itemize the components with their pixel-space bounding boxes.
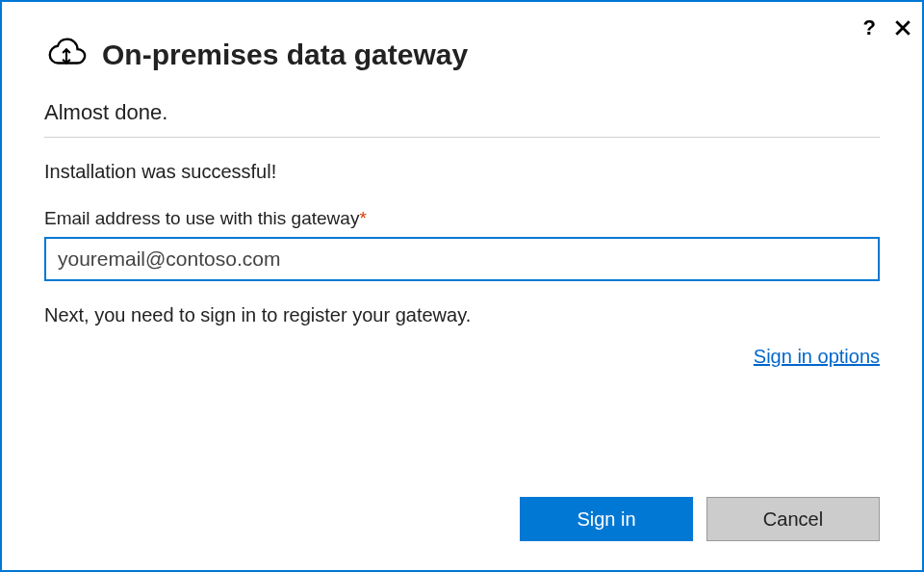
email-field[interactable]: [44, 237, 880, 281]
cloud-sync-icon: [44, 31, 89, 79]
dialog-title: On-premises data gateway: [102, 39, 468, 71]
titlebar-controls: ?: [863, 15, 912, 40]
installation-success-message: Installation was successful!: [44, 161, 880, 183]
cancel-button[interactable]: Cancel: [706, 497, 880, 541]
email-field-label: Email address to use with this gateway*: [44, 208, 880, 229]
close-icon[interactable]: [893, 18, 912, 38]
signin-button[interactable]: Sign in: [520, 497, 693, 541]
help-icon[interactable]: ?: [863, 15, 876, 40]
next-step-message: Next, you need to sign in to register yo…: [44, 304, 880, 326]
signin-options-link[interactable]: Sign in options: [754, 346, 880, 367]
required-indicator: *: [359, 208, 366, 228]
signin-options-row: Sign in options: [2, 326, 922, 368]
email-label-text: Email address to use with this gateway: [44, 208, 359, 228]
dialog-subtitle: Almost done.: [2, 79, 922, 137]
dialog-footer: Sign in Cancel: [520, 497, 880, 541]
dialog-body: Installation was successful! Email addre…: [2, 138, 922, 326]
dialog-header: On-premises data gateway: [2, 2, 922, 79]
gateway-dialog: ? On-premises data gateway Almost done. …: [0, 0, 924, 572]
